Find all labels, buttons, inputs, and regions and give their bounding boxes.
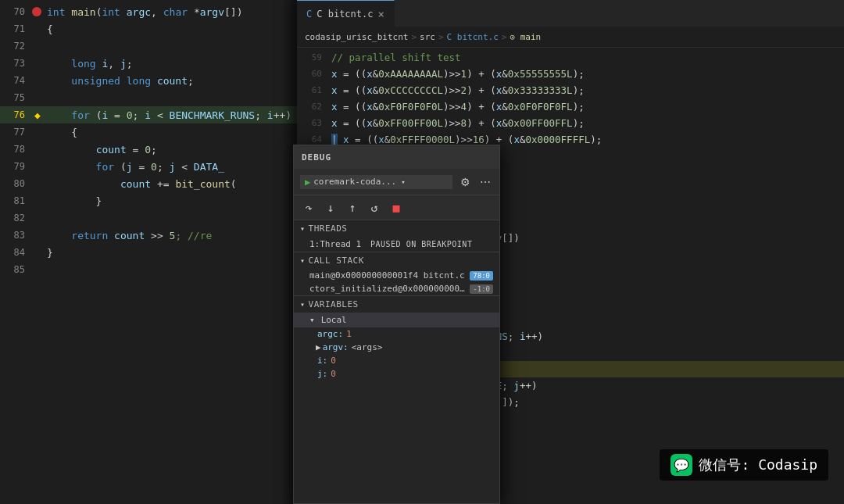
local-label: Local [321, 315, 347, 325]
code-line-71: 71 { [0, 20, 305, 38]
callstack-item-main[interactable]: main@0x000000000001f4 bitcnt.c 78:0 [294, 269, 499, 282]
variables-arrow-icon: ▾ [300, 300, 306, 309]
bc-fn: ⊙ main [510, 32, 541, 42]
var-name-i: i: [317, 356, 327, 366]
session-select[interactable]: ▶ coremark-coda... ▾ [300, 175, 452, 189]
line-content-71: { [44, 23, 305, 35]
line-num-73: 73 [0, 58, 31, 69]
code-line-82: 82 [0, 209, 305, 227]
settings-button[interactable]: ⚙ [457, 174, 473, 190]
line-content-74: unsigned long count; [44, 75, 305, 87]
callstack-arrow-icon: ▾ [300, 256, 306, 265]
chevron-icon: ▾ [401, 178, 405, 186]
line-num-78: 78 [0, 144, 31, 155]
code-line-74: 74 unsigned long count; [0, 72, 305, 89]
code-line-73: 73 long i, j; [0, 55, 305, 72]
watermark: 💬 微信号: Codasip [660, 449, 828, 481]
code-line-70: 70 int main(int argc, char *argv[]) [0, 3, 305, 20]
step-out-button[interactable]: ↑ [344, 201, 361, 215]
line-num-81: 81 [0, 195, 31, 206]
var-value-i: 0 [331, 356, 336, 366]
tab-label: C bitcnt.c [316, 9, 373, 20]
stop-button[interactable]: ■ [388, 201, 405, 215]
session-label: coremark-coda... [313, 177, 396, 187]
debug-title: DEBUG [302, 152, 331, 163]
tab-bitcnt[interactable]: C C bitcnt.c × [297, 0, 395, 27]
code-line-77: 77 { [0, 123, 305, 141]
callstack-section: ▾ CALL STACK main@0x000000000001f4 bitcn… [294, 252, 499, 296]
line-content-83: return count >> 5; //re [44, 230, 305, 241]
debug-controls: ↷ ↓ ↑ ↺ ■ [294, 195, 499, 220]
line-num-74: 74 [0, 75, 31, 86]
line-content-79: for (j = 0; j < DATA_ [44, 161, 305, 173]
thread-status: PAUSED ON BREAKPOINT [370, 240, 472, 248]
line-content-70: int main(int argc, char *argv[]) [44, 6, 305, 18]
editor-tabs: C C bitcnt.c × [297, 0, 844, 27]
callstack-main-name: main@0x000000000001f4 bitcnt.c [309, 270, 465, 281]
line-num-84: 84 [0, 247, 31, 258]
var-value-j: 0 [331, 369, 336, 379]
breadcrumb-bar: codasip_urisc_bitcnt > src > C bitcnt.c … [297, 27, 844, 48]
var-item-argc: argc: 1 [294, 327, 499, 341]
var-item-argv[interactable]: ▶ argv: <args> [294, 341, 499, 354]
var-value-argc: 1 [346, 329, 352, 339]
line-content-73: long i, j; [44, 58, 305, 70]
callstack-main-badge: 78:0 [470, 271, 493, 281]
callstack-ctors-badge: -1:0 [470, 284, 493, 294]
debug-toolbar: ▶ coremark-coda... ▾ ⚙ ⋯ [294, 169, 499, 195]
var-item-j: j: 0 [294, 367, 499, 381]
thread-name: 1:Thread 1 [309, 239, 364, 249]
var-local-group[interactable]: ▾ Local [294, 313, 499, 327]
code-line-75: 75 [0, 89, 305, 106]
left-editor: 70 int main(int argc, char *argv[]) 71 {… [0, 0, 305, 504]
variables-section: ▾ VARIABLES ▾ Local argc: 1 ▶ argv: <arg… [294, 296, 499, 503]
code-line-83: 83 return count >> 5; //re [0, 227, 305, 244]
threads-label: THREADS [309, 223, 348, 234]
callstack-item-ctors[interactable]: ctors_initialized@0x00000000000... ?? -1… [294, 282, 499, 295]
var-value-argv: <args> [352, 342, 383, 352]
left-code-area: 70 int main(int argc, char *argv[]) 71 {… [0, 0, 305, 504]
thread-item-1: 1:Thread 1 PAUSED ON BREAKPOINT [294, 237, 499, 252]
debug-header: DEBUG [294, 145, 499, 169]
line-num-82: 82 [0, 213, 31, 223]
line-num-77: 77 [0, 127, 31, 138]
code-line-84: 84 } [0, 244, 305, 261]
tab-close-button[interactable]: × [377, 8, 384, 20]
line-content-80: count += bit_count( [44, 178, 305, 190]
line-num-83: 83 [0, 230, 31, 241]
line-content-76: for (i = 0; i < BENCHMARK_RUNS; i++) [44, 109, 305, 121]
code-line-76: 76 ◆ for (i = 0; i < BENCHMARK_RUNS; i++… [0, 106, 305, 123]
bc-file: C bitcnt.c [447, 32, 499, 42]
code-line-72: 72 [0, 38, 305, 55]
line-num-70: 70 [0, 6, 31, 17]
line-num-72: 72 [0, 41, 31, 52]
code-line-79: 79 for (j = 0; j < DATA_ [0, 158, 305, 175]
line-content-77: { [44, 127, 305, 138]
threads-arrow-icon: ▾ [300, 224, 306, 233]
bc-root: codasip_urisc_bitcnt [305, 32, 408, 42]
r-code-line-59: 59 // parallel shift test [297, 49, 844, 66]
restart-button[interactable]: ↺ [366, 201, 383, 215]
var-name-argc: argc: [317, 329, 343, 339]
step-over-button[interactable]: ↷ [300, 201, 317, 215]
code-line-80: 80 count += bit_count( [0, 175, 305, 192]
expand-arrow-icon: ▶ [316, 342, 321, 352]
callstack-ctors-name: ctors_initialized@0x00000000000... ?? [309, 284, 465, 294]
threads-header[interactable]: ▾ THREADS [294, 220, 499, 237]
threads-section: ▾ THREADS 1:Thread 1 PAUSED ON BREAKPOIN… [294, 220, 499, 252]
code-line-78: 78 count = 0; [0, 141, 305, 158]
r-code-line-61: 61 x = ((x&0xCCCCCCCCL)>>2) + (x&0x33333… [297, 82, 844, 98]
step-into-button[interactable]: ↓ [322, 201, 339, 215]
debug-panel: DEBUG ▶ coremark-coda... ▾ ⚙ ⋯ ↷ ↓ ↑ ↺ ■… [293, 145, 500, 504]
more-button[interactable]: ⋯ [477, 174, 493, 190]
var-item-i: i: 0 [294, 354, 499, 367]
r-code-line-60: 60 x = ((x&0xAAAAAAAAL)>>1) + (x&0x55555… [297, 66, 844, 82]
r-code-line-63: 63 x = ((x&0xFF00FF00L)>>8) + (x&0x00FF0… [297, 115, 844, 131]
current-line-arrow: ◆ [31, 109, 44, 121]
callstack-header[interactable]: ▾ CALL STACK [294, 252, 499, 269]
breakpoint-dot-70 [32, 7, 41, 16]
variables-header[interactable]: ▾ VARIABLES [294, 296, 499, 313]
wechat-icon: 💬 [671, 454, 692, 476]
line-num-85: 85 [0, 264, 31, 275]
line-num-79: 79 [0, 161, 31, 172]
